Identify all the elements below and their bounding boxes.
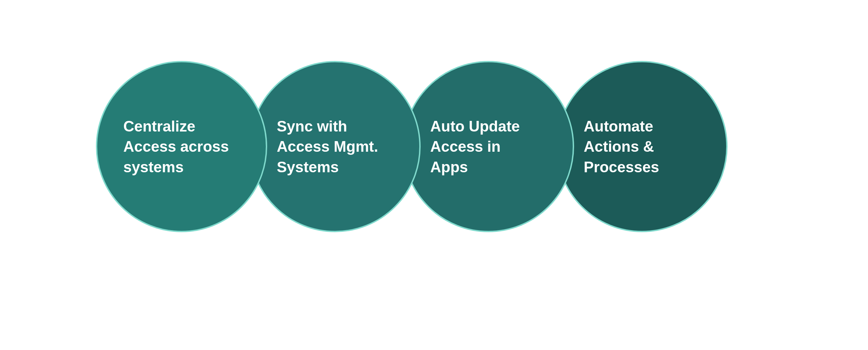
circle-step-3: Auto Update Access in Apps — [403, 61, 574, 232]
circle-step-4: Automate Actions & Processes — [556, 61, 728, 232]
circle-step-1: Centralize Access across systems — [96, 61, 267, 232]
circle-label-4: Automate Actions & Processes — [584, 116, 659, 177]
circle-label-3: Auto Update Access in Apps — [430, 116, 520, 177]
circle-sequence-diagram: Centralize Access across systems Sync wi… — [96, 61, 728, 232]
circle-step-2: Sync with Access Mgmt. Systems — [249, 61, 421, 232]
circle-label-1: Centralize Access across systems — [123, 116, 229, 177]
circle-label-2: Sync with Access Mgmt. Systems — [277, 116, 378, 177]
